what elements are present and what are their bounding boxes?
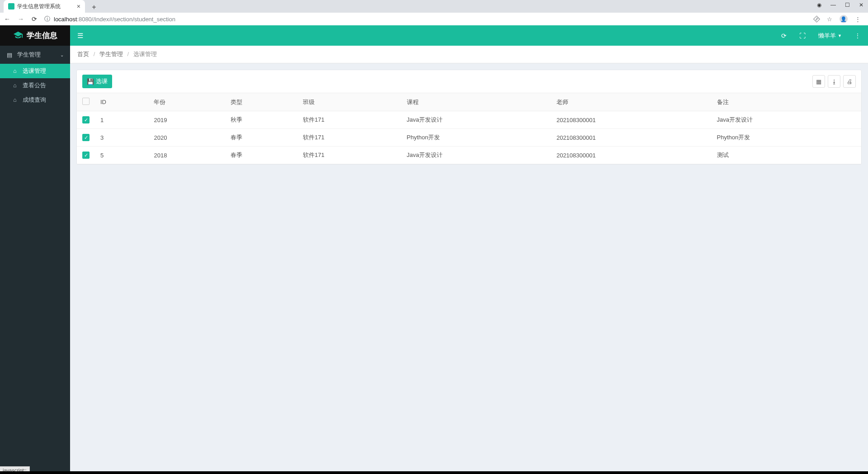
fullscreen-icon[interactable]: ⛶ <box>799 32 806 39</box>
breadcrumb-home[interactable]: 首页 <box>77 51 89 57</box>
sidebar-item-label: 成绩查询 <box>23 96 46 104</box>
th-course[interactable]: 课程 <box>401 93 551 111</box>
sidebar: 学生信息 ▤ 学生管理 ⌄ ⌂选课管理⌂查看公告⌂成绩查询 javascript… <box>0 25 70 474</box>
stop-media-icon[interactable]: ◉ <box>817 2 821 8</box>
cell-course: Java开发设计 <box>401 111 551 129</box>
select-button-label: 选课 <box>96 77 108 85</box>
cell-type: 春季 <box>225 129 297 147</box>
username-label: 懒羊羊 <box>818 32 836 40</box>
checkbox-row[interactable]: ✓ <box>82 134 90 141</box>
url-path: //index#/section/student_section <box>92 16 175 23</box>
th-year[interactable]: 年份 <box>148 93 225 111</box>
sidebar-toggle-icon[interactable]: ☰ <box>77 32 83 40</box>
cell-teacher: 202108300001 <box>551 147 712 164</box>
close-window-icon[interactable]: ✕ <box>859 2 863 8</box>
top-bar: ☰ ⟳ ⛶ 懒羊羊 ▼ ⋮ <box>70 25 868 46</box>
window-controls: ◉ — ☐ ✕ <box>817 2 863 8</box>
cell-class: 软件171 <box>297 147 401 164</box>
cell-course: Java开发设计 <box>401 147 551 164</box>
panel-toolbar: 💾 选课 ▦ ⭳ 🖨 <box>77 70 861 93</box>
url-port: :8080 <box>77 16 92 23</box>
close-tab-icon[interactable]: × <box>77 3 80 10</box>
addr-right: ⚿ ☆ 👤 ⋮ <box>814 15 864 23</box>
back-button[interactable]: ← <box>4 15 11 23</box>
main-area: ☰ ⟳ ⛶ 懒羊羊 ▼ ⋮ 首页 / 学生管理 / 选课管理 💾 <box>70 25 868 474</box>
home-icon: ⌂ <box>12 97 18 103</box>
th-id[interactable]: ID <box>95 93 148 111</box>
url-host: localhost <box>54 16 77 23</box>
cell-id: 5 <box>95 147 148 164</box>
checkbox-row[interactable]: ✓ <box>82 116 90 123</box>
sidebar-item-0[interactable]: ⌂选课管理 <box>0 64 70 78</box>
home-icon: ⌂ <box>12 68 18 74</box>
caret-down-icon: ▼ <box>838 33 842 38</box>
cell-type: 秋季 <box>225 111 297 129</box>
data-panel: 💾 选课 ▦ ⭳ 🖨 ID 年份 类 <box>76 70 862 165</box>
th-remark[interactable]: 备注 <box>712 93 861 111</box>
sidebar-item-2[interactable]: ⌂成绩查询 <box>0 93 70 107</box>
file-icon: ▤ <box>6 52 13 58</box>
cell-year: 2018 <box>148 147 225 164</box>
address-bar: ← → ⟳ ⓘ localhost:8080//index#/section/s… <box>0 13 868 25</box>
save-icon: 💾 <box>87 78 94 85</box>
checkbox-all[interactable] <box>82 98 90 105</box>
breadcrumb-lvl1[interactable]: 学生管理 <box>99 51 123 57</box>
user-menu[interactable]: 懒羊羊 ▼ <box>818 32 842 40</box>
app-logo: 学生信息 <box>0 25 70 46</box>
cell-teacher: 202108300001 <box>551 129 712 147</box>
cell-teacher: 202108300001 <box>551 111 712 129</box>
cell-type: 春季 <box>225 147 297 164</box>
export-icon[interactable]: ⭳ <box>828 75 840 88</box>
minimize-icon[interactable]: — <box>830 2 836 8</box>
info-icon[interactable]: ⓘ <box>44 15 50 23</box>
sidebar-parent-label: 学生管理 <box>17 51 41 59</box>
graduation-cap-icon <box>13 31 23 41</box>
sidebar-submenu: ⌂选课管理⌂查看公告⌂成绩查询 <box>0 64 70 107</box>
more-icon[interactable]: ⋮ <box>854 32 861 39</box>
tab-bar: 学生信息管理系统 × + ◉ — ☐ ✕ <box>0 0 868 13</box>
key-icon[interactable]: ⚿ <box>812 14 821 24</box>
sidebar-item-label: 查看公告 <box>23 82 46 90</box>
logo-text: 学生信息 <box>27 30 57 41</box>
sidebar-item-label: 选课管理 <box>23 67 46 75</box>
checkbox-row[interactable]: ✓ <box>82 152 90 159</box>
bookmark-icon[interactable]: ☆ <box>827 16 832 23</box>
url-field[interactable]: ⓘ localhost:8080//index#/section/student… <box>44 15 807 23</box>
refresh-icon[interactable]: ⟳ <box>781 32 787 39</box>
cell-remark: Phython开发 <box>712 129 861 147</box>
cell-year: 2019 <box>148 111 225 129</box>
reload-button[interactable]: ⟳ <box>31 15 38 23</box>
chevron-down-icon: ⌄ <box>60 52 64 57</box>
print-icon[interactable]: 🖨 <box>843 75 856 88</box>
profile-avatar[interactable]: 👤 <box>840 15 848 23</box>
cell-course: Phython开发 <box>401 129 551 147</box>
forward-button[interactable]: → <box>17 15 24 23</box>
table-row[interactable]: ✓32020春季软件171Phython开发202108300001Phytho… <box>77 129 861 147</box>
sidebar-parent-student-mgmt[interactable]: ▤ 学生管理 ⌄ <box>0 46 70 64</box>
table-row[interactable]: ✓52018春季软件171Java开发设计202108300001测试 <box>77 147 861 164</box>
cell-remark: Java开发设计 <box>712 111 861 129</box>
course-table: ID 年份 类型 班级 课程 老师 备注 ✓12019秋季软件171Java开发… <box>77 93 861 164</box>
home-icon: ⌂ <box>12 82 18 89</box>
tab-title: 学生信息管理系统 <box>17 3 61 10</box>
new-tab-button[interactable]: + <box>89 2 99 13</box>
th-teacher[interactable]: 老师 <box>551 93 712 111</box>
cell-year: 2020 <box>148 129 225 147</box>
th-type[interactable]: 类型 <box>225 93 297 111</box>
th-class[interactable]: 班级 <box>297 93 401 111</box>
browser-menu-icon[interactable]: ⋮ <box>855 16 861 23</box>
cell-class: 软件171 <box>297 111 401 129</box>
sidebar-item-1[interactable]: ⌂查看公告 <box>0 78 70 93</box>
breadcrumb: 首页 / 学生管理 / 选课管理 <box>70 46 868 63</box>
browser-tab[interactable]: 学生信息管理系统 × <box>4 0 85 13</box>
favicon-icon <box>8 3 14 9</box>
os-taskbar <box>0 471 868 474</box>
cell-id: 3 <box>95 129 148 147</box>
breadcrumb-current: 选课管理 <box>133 51 157 57</box>
select-course-button[interactable]: 💾 选课 <box>82 75 112 88</box>
table-row[interactable]: ✓12019秋季软件171Java开发设计202108300001Java开发设… <box>77 111 861 129</box>
maximize-icon[interactable]: ☐ <box>845 2 850 8</box>
cell-class: 软件171 <box>297 129 401 147</box>
columns-icon[interactable]: ▦ <box>812 75 825 88</box>
cell-id: 1 <box>95 111 148 129</box>
